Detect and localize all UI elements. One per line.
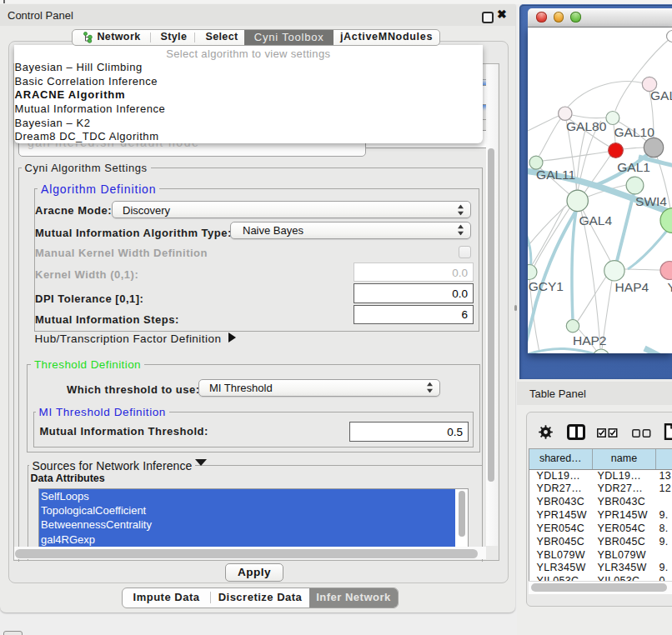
svg-text:HAP2: HAP2 xyxy=(573,332,607,347)
svg-text:GCY1: GCY1 xyxy=(529,278,564,292)
svg-text:GAL1: GAL1 xyxy=(617,160,650,174)
svg-text:GAL4: GAL4 xyxy=(579,212,612,227)
svg-text:GAL80: GAL80 xyxy=(566,119,607,133)
svg-text:GAL11: GAL11 xyxy=(536,168,575,182)
svg-text:Y: Y xyxy=(668,280,672,294)
svg-text:SWI4: SWI4 xyxy=(635,193,667,208)
svg-text:GAL10: GAL10 xyxy=(614,125,655,139)
svg-text:GAL2: GAL2 xyxy=(650,88,672,102)
svg-text:HAP4: HAP4 xyxy=(615,280,649,294)
